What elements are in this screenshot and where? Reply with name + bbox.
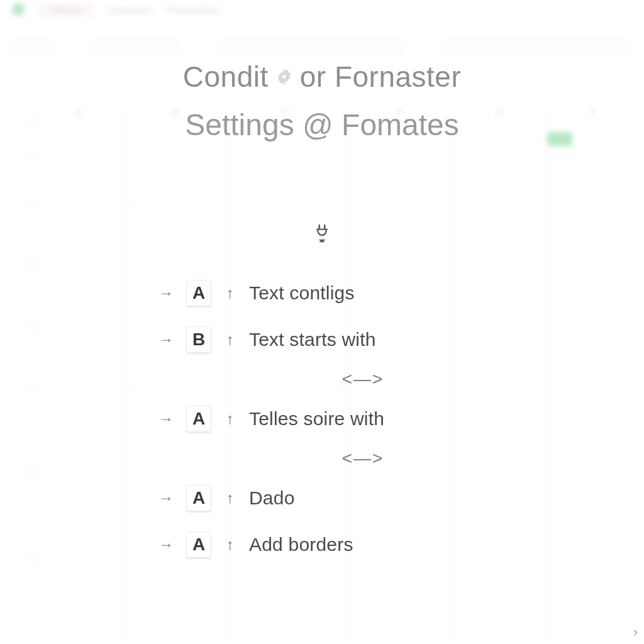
rules-list: → A ↑ Text contligs → B ↑ Text starts wi…: [158, 224, 486, 558]
arrow-right-icon: →: [158, 489, 174, 507]
arrow-up-icon: ↑: [224, 331, 236, 348]
rule-label: Dado: [249, 487, 295, 509]
arrow-right-icon: →: [158, 410, 174, 428]
arrow-up-icon: ↑: [224, 410, 236, 428]
header-block: Condit or Fornaster Settings @ Fomates: [183, 60, 462, 142]
rule-badge: A: [186, 485, 211, 511]
rule-badge: B: [186, 326, 211, 353]
title-suffix: or Fornaster: [300, 60, 462, 94]
gear-icon: [270, 66, 299, 87]
rule-row[interactable]: → A ↑ Text contligs: [158, 280, 486, 306]
separator: <—>: [158, 369, 486, 389]
arrow-up-icon: ↑: [224, 536, 236, 553]
page-subtitle: Settings @ Fomates: [183, 108, 462, 142]
separator-glyph: <—>: [342, 369, 384, 389]
rule-label: Telles soire with: [249, 408, 384, 430]
top-icon-row: [158, 224, 486, 247]
rule-label: Text contligs: [249, 282, 355, 304]
arrow-up-icon: ↑: [224, 284, 236, 302]
rule-row[interactable]: → A ↑ Dado: [158, 485, 486, 511]
arrow-right-icon: →: [158, 536, 174, 553]
rule-label: Text starts with: [249, 329, 376, 350]
arrow-right-icon: →: [158, 331, 174, 348]
svg-point-1: [282, 75, 286, 79]
rule-row[interactable]: → A ↑ Add borders: [158, 531, 486, 558]
arrow-up-icon: ↑: [224, 489, 236, 507]
rule-label: Add borders: [249, 534, 353, 555]
rule-badge: A: [186, 531, 211, 558]
settings-overlay: Condit or Fornaster Settings @ Fomates: [0, 0, 644, 644]
rule-badge: A: [186, 406, 211, 432]
plug-down-icon: [314, 224, 330, 247]
title-prefix: Condit: [183, 60, 269, 94]
page-title: Condit or Fornaster: [183, 60, 462, 94]
rule-row[interactable]: → A ↑ Telles soire with: [158, 406, 486, 432]
rule-badge: A: [186, 280, 211, 306]
rule-row[interactable]: → B ↑ Text starts with: [158, 326, 486, 353]
separator-glyph: <—>: [342, 448, 384, 469]
separator: <—>: [158, 448, 486, 469]
resize-corner-icon[interactable]: ›: [633, 625, 638, 639]
arrow-right-icon: →: [158, 284, 174, 302]
